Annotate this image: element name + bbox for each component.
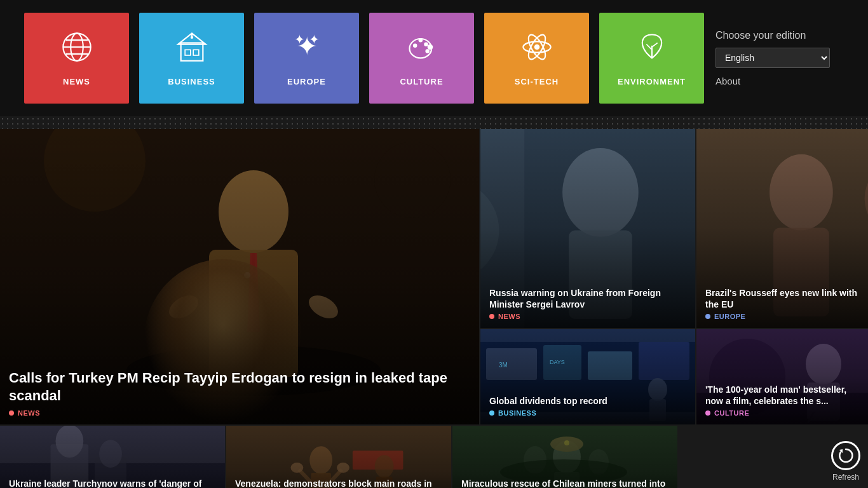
svg-rect-8 — [193, 50, 199, 55]
100year-card-title: 'The 100-year old man' bestseller, now a… — [705, 384, 859, 407]
nav-tile-europe-label: EUROPE — [287, 77, 326, 86]
card-ukraine[interactable]: Ukraine leader Turchynov warns of 'dange… — [0, 426, 226, 488]
building-icon — [175, 30, 208, 71]
card-russia[interactable]: Russia warning on Ukraine from Foreign M… — [480, 129, 696, 329]
dotted-separator — [0, 116, 868, 129]
top-navigation: NEWS BUSINESS ✦ ✦ ✦ EUROPE — [0, 0, 868, 116]
palette-icon — [405, 30, 438, 71]
svg-point-10 — [190, 36, 193, 38]
dividends-card-title: Global dividends top record — [489, 395, 686, 407]
svg-rect-7 — [185, 50, 191, 55]
card-chilean[interactable]: Miraculous rescue of Chilean miners turn… — [452, 426, 677, 488]
card-venezuela[interactable]: Venezuela: demonstrators block main road… — [226, 426, 452, 488]
russia-card-category: NEWS — [489, 313, 686, 320]
refresh-circle — [831, 441, 860, 470]
edition-title: Choose your edition — [715, 30, 843, 41]
bottom-news-row: Ukraine leader Turchynov warns of 'dange… — [0, 424, 868, 488]
card-100year[interactable]: 'The 100-year old man' bestseller, now a… — [696, 329, 868, 424]
nav-tile-news[interactable]: NEWS — [24, 13, 129, 104]
russia-card-title: Russia warning on Ukraine from Foreign M… — [489, 287, 686, 310]
card-dividends[interactable]: 3M DAYS Global dividends top record BUSI… — [480, 329, 696, 424]
nav-tile-culture-label: CULTURE — [400, 77, 443, 86]
svg-text:✦: ✦ — [294, 32, 305, 46]
card-main-erdogan[interactable]: Calls for Turkey PM Recip Tayyip Erdogan… — [0, 129, 480, 424]
svg-line-25 — [646, 44, 652, 50]
100year-card-category: CULTURE — [705, 409, 859, 417]
refresh-label: Refresh — [832, 473, 859, 482]
stars-icon: ✦ ✦ ✦ — [290, 30, 323, 71]
brazil-card-category: EUROPE — [705, 313, 859, 320]
about-link[interactable]: About — [715, 76, 843, 86]
nav-tile-environment-label: ENVIRONMENT — [618, 77, 686, 86]
venezuela-card-title: Venezuela: demonstrators block main road… — [235, 478, 442, 488]
refresh-button[interactable]: Refresh — [831, 441, 860, 482]
svg-point-15 — [412, 43, 417, 48]
main-card-category: NEWS — [9, 409, 470, 417]
svg-point-23 — [534, 44, 539, 50]
svg-text:✦: ✦ — [308, 32, 319, 46]
main-card-title: Calls for Turkey PM Recip Tayyip Erdogan… — [9, 369, 470, 405]
news-grid: Calls for Turkey PM Recip Tayyip Erdogan… — [0, 129, 868, 424]
nav-tile-culture[interactable]: CULTURE — [369, 13, 474, 104]
chilean-card-title: Miraculous rescue of Chilean miners turn… — [461, 478, 668, 488]
edition-select[interactable]: English Русский Français Deutsch Español… — [715, 48, 830, 68]
svg-rect-5 — [180, 43, 203, 60]
svg-point-18 — [425, 49, 430, 53]
brazil-card-title: Brazil's Rousseff eyes new link with the… — [705, 287, 859, 310]
globe-icon — [60, 30, 93, 71]
ukraine-card-title: Ukraine leader Turchynov warns of 'dange… — [9, 478, 216, 488]
nav-tile-scitech[interactable]: SCI-TECH — [484, 13, 589, 104]
leaf-icon — [635, 30, 668, 71]
nav-tile-scitech-label: SCI-TECH — [515, 77, 559, 86]
nav-tile-news-label: NEWS — [63, 77, 90, 86]
nav-tile-business-label: BUSINESS — [168, 77, 215, 86]
atom-icon — [520, 30, 553, 71]
card-brazil[interactable]: Brazil's Rousseff eyes new link with the… — [696, 129, 868, 329]
edition-panel: Choose your edition English Русский Fran… — [709, 0, 849, 116]
svg-point-19 — [427, 44, 433, 50]
svg-line-26 — [652, 43, 658, 47]
category-dot — [9, 410, 14, 416]
nav-tile-business[interactable]: BUSINESS — [139, 13, 244, 104]
svg-point-16 — [418, 37, 423, 41]
nav-tile-europe[interactable]: ✦ ✦ ✦ EUROPE — [254, 13, 359, 104]
svg-point-17 — [424, 42, 428, 46]
nav-tile-environment[interactable]: ENVIRONMENT — [599, 13, 704, 104]
dividends-card-category: BUSINESS — [489, 409, 686, 417]
